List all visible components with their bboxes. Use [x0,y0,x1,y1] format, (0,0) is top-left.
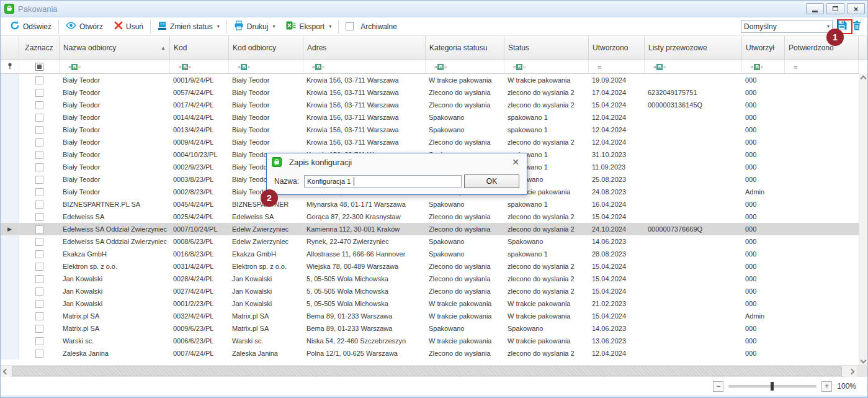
row-checkbox[interactable] [35,163,43,171]
row-checkbox[interactable] [35,275,43,283]
ok-button[interactable]: OK [464,174,519,188]
row-checkbox[interactable] [35,325,43,333]
close-button[interactable]: × [847,3,865,14]
table-row[interactable]: BIZNESPARTNER.PL SA0045/4/24/PLBIZNESPAR… [1,198,867,210]
column-header-adres[interactable]: Adres [303,36,426,60]
row-checkbox[interactable] [35,126,43,134]
table-row[interactable]: Biały Teodor0017/4/24/PLBiały TeodorKrow… [1,99,867,111]
table-row[interactable]: Jan Kowalski0027/4/24/PLJan Kowalski5, 0… [1,285,867,297]
column-header-zaznacz[interactable]: Zaznacz [19,36,60,60]
grid-filter-row: aBcaBcaBcaBcaBcaBc=aBcaBc= [1,60,867,74]
table-row[interactable]: Ekakza GmbH0016/8/23/PLEkakza GmbHAllost… [1,248,867,260]
table-row[interactable]: Edelweiss SA0025/4/24/PLEdelweiss SAGorą… [1,210,867,223]
zoom-slider-track[interactable] [728,385,817,388]
row-checkbox[interactable] [35,138,43,147]
table-row[interactable]: Jan Kowalski0001/2/23/PLJan Kowalski5, 0… [1,297,867,310]
dialog-close-icon[interactable]: ✕ [509,157,522,167]
filter-cell-kategoria[interactable]: aBc [426,60,504,74]
table-row[interactable]: Zaleska Janina0007/4/24/PLZaleska Janina… [1,347,867,360]
filter-cell-potwierdzono[interactable]: = [785,60,859,74]
filter-cell-adres[interactable]: aBc [303,60,426,74]
table-row[interactable]: Biały Teodor0057/4/24/PLBiały TeodorKrow… [1,86,867,99]
column-header-utworzono[interactable]: Utworzono [589,36,645,60]
table-row[interactable]: Jan Kowalski0028/4/24/PLJan Kowalski5, 0… [1,273,867,285]
column-header-listy[interactable]: Listy przewozowe [645,36,742,60]
row-checkbox[interactable] [35,350,43,358]
delete-button[interactable]: Usuń [109,19,149,34]
row-checkbox[interactable] [35,188,43,196]
column-header-label: Utworzono [593,43,628,52]
configuration-name-input[interactable] [304,175,462,188]
table-row[interactable]: Biały Teodor0013/4/24/PLBiały TeodorKrow… [1,124,867,136]
column-header-label: Status [508,43,529,52]
vertical-scrollbar[interactable] [859,74,867,365]
filter-cell-zaznacz[interactable] [19,60,60,74]
row-checkbox[interactable] [35,89,43,97]
cell-listy [645,297,742,310]
column-header-status[interactable]: Status [504,36,589,60]
zoom-out-button[interactable]: − [713,381,723,392]
horizontal-scrollbar[interactable] [1,365,867,377]
archival-checkbox[interactable]: Archiwalne [340,19,403,34]
column-header-nazwa[interactable]: Nazwa odbiorcy▲ [60,36,170,60]
column-header-kategoria[interactable]: Kategoria statusu [426,36,504,60]
column-header-utworzyl[interactable]: Utworzył [742,36,785,60]
scroll-left-button[interactable] [1,366,11,377]
row-checkbox[interactable] [35,238,43,246]
row-checkbox[interactable] [35,225,43,233]
row-checkbox[interactable] [35,263,43,271]
cell-kod: 0002/8/23/PL [170,186,229,198]
row-checkbox[interactable] [35,151,43,159]
table-row[interactable]: Elektron sp. z o.o.0031/4/24/PLElektron … [1,260,867,273]
column-header-potwierdzono[interactable]: Potwierdzono [785,36,859,60]
cell-listy [645,310,742,322]
filter-cell-kod_odbiorcy[interactable]: aBc [229,60,303,74]
column-header-kod_odbiorcy[interactable]: Kod odbiorcy [229,36,303,60]
table-row[interactable]: Warski sc.0006/6/23/PLWarski sc.Niska 54… [1,335,867,347]
table-row[interactable]: Edelweiss SA Oddział Zwierzyniec0008/6/2… [1,235,867,248]
zoom-slider-handle[interactable] [771,382,774,391]
refresh-button[interactable]: Odśwież [4,19,57,34]
row-checkbox[interactable] [35,250,43,258]
row-checkbox[interactable] [35,101,43,109]
row-checkbox[interactable] [35,312,43,320]
scroll-up-icon[interactable] [861,76,867,82]
table-row[interactable]: Matrix.pl SA0009/6/23/PLMatrix.pl SABema… [1,322,867,335]
export-button[interactable]: Eksport ▾ [280,19,337,34]
cell-kod: 0001/2/23/PL [170,297,229,310]
row-checkbox[interactable] [35,114,43,122]
filter-cell-status[interactable]: aBc [504,60,589,74]
row-checkbox[interactable] [35,176,43,184]
row-checkbox[interactable] [35,287,43,296]
table-row[interactable]: ▶Edelweiss SA Oddział Zwierzyniec0007/10… [1,223,867,235]
filter-cell-utworzyl[interactable]: aBc [742,60,785,74]
row-checkbox[interactable] [35,201,43,209]
minimize-button[interactable] [806,3,824,14]
scroll-down-icon[interactable] [861,358,867,364]
filter-cell-utworzono[interactable]: = [589,60,645,74]
row-checkbox[interactable] [35,213,43,221]
table-row[interactable]: Biały Teodor0001/9/24/PLBiały TeodorKrow… [1,74,867,86]
zoom-in-button[interactable]: + [821,381,832,392]
filter-cell-kod[interactable]: aBc [170,60,229,74]
scroll-right-button[interactable] [846,366,857,377]
row-checkbox[interactable] [35,337,43,345]
cell-kod_odbiorcy: Biały Teodor [229,74,303,86]
filter-cell-nazwa[interactable]: aBc [60,60,170,74]
row-checkbox[interactable] [35,76,43,84]
maximize-button[interactable] [826,3,844,14]
horizontal-scroll-thumb[interactable] [12,366,842,376]
print-button[interactable]: Drukuj ▾ [228,19,281,34]
table-row[interactable]: Biały Teodor0014/4/24/PLBiały TeodorKrow… [1,111,867,124]
row-checkbox[interactable] [35,300,43,308]
open-button[interactable]: Otwórz [60,19,109,34]
layout-selector-combobox[interactable]: Domyślny ▾ [741,20,833,33]
filter-cell-listy[interactable]: aBc [645,60,742,74]
table-row[interactable]: Matrix.pl SA0032/4/24/PLMatrix.pl SABema… [1,310,867,322]
column-header-kod[interactable]: Kod [170,36,229,60]
row-indicator-cell [1,335,19,347]
table-row[interactable]: Biały Teodor0009/4/24/PLBiały TeodorKrow… [1,136,867,148]
chevron-down-icon: ▾ [272,24,275,29]
select-all-checkbox[interactable] [35,63,43,71]
change-status-button[interactable]: Zmień status ▾ [152,19,225,34]
